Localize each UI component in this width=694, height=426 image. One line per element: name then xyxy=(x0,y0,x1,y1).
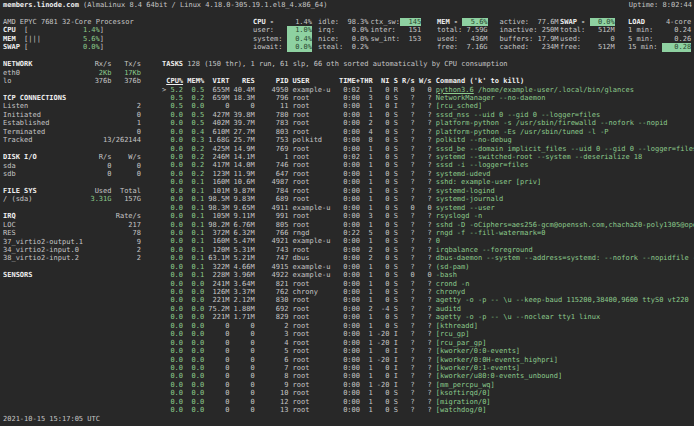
process-row[interactable]: 0.00.5427M39.8M780root0:0010S??sssd_nss … xyxy=(162,111,694,119)
column-pid[interactable]: PID xyxy=(255,77,289,85)
tcp-metric-name: Established xyxy=(3,119,99,127)
sort-column-cpu[interactable]: CPU% xyxy=(166,77,183,85)
process-row[interactable]: 0.00.1228M3.96M4922example-u0:0010S00-ba… xyxy=(162,271,694,279)
process-row[interactable]: 0.00.075.2M1.88M692root0:002-4S??auditd xyxy=(162,305,694,313)
proc-mem-pct: 0.1 xyxy=(183,187,204,195)
proc-virt: 402M xyxy=(204,119,229,127)
proc-time: 0:00 xyxy=(335,398,360,406)
process-row[interactable]: 0.00.1160M10.6M4987root0:0010S??sshd: ex… xyxy=(162,178,694,186)
process-row[interactable]: 0.00.2417M14.0M746root0:0010S??sssd -i -… xyxy=(162,161,694,169)
process-row[interactable]: 0.00.1120M5.31M743root0:0020S??irqbalanc… xyxy=(162,246,694,254)
column-time[interactable]: TIME+ xyxy=(335,77,360,85)
process-row[interactable]: 0.00.00012root0:0010S??[migration/0] xyxy=(162,398,694,406)
proc-user: root xyxy=(293,339,335,347)
proc-user: root xyxy=(293,187,335,195)
column-res[interactable]: RES xyxy=(229,77,254,85)
proc-mem-pct: 0.0 xyxy=(183,364,204,372)
proc-write-rate: 0 xyxy=(415,271,432,279)
proc-command: [kworker/0:0H-events_highpri] xyxy=(436,356,558,364)
process-row[interactable]: 0.00.0003root0:001-20I??[rcu_gp] xyxy=(162,330,694,338)
process-row[interactable]: 0.00.0006root0:001-20I??[kworker/0:0H-ev… xyxy=(162,356,694,364)
proc-res: 4.66M xyxy=(229,263,254,271)
process-row[interactable]: 0.00.0004root0:001-20I??[rcu_par_gp] xyxy=(162,339,694,347)
proc-user: root xyxy=(293,153,335,161)
process-row[interactable]: 0.00.163.1M5.21M747dbus0:0020S??dbus-dae… xyxy=(162,254,694,262)
proc-read-rate: ? xyxy=(398,94,415,102)
process-row[interactable]: 0.00.2425M14.9M769root0:0010S??sssd_be -… xyxy=(162,145,694,153)
process-row[interactable]: 0.00.0241M3.64M821root0:0010S??crond -n xyxy=(162,280,694,288)
proc-threads: 5 xyxy=(360,229,373,237)
uptime: Uptime: 8:02:44 xyxy=(629,1,692,9)
mem-free: 7.16G xyxy=(462,43,487,51)
proc-state: S xyxy=(389,288,397,296)
process-row[interactable]: 0.00.00010root0:0010S??[ksoftirqd/0] xyxy=(162,389,694,397)
process-row[interactable]: 0.00.0126M3.37M762chrony0:0010S??chronyd xyxy=(162,288,694,296)
proc-res: 11.9M xyxy=(229,170,254,178)
tcp-row: Terminated0 xyxy=(3,128,141,136)
irq-row: 37_virtio2-output.19 xyxy=(3,238,141,246)
proc-cpu-pct: 0.0 xyxy=(166,187,183,195)
proc-nice: 0 xyxy=(373,145,390,153)
process-row[interactable]: 0.00.0221M2.12M830root0:0010S??agetty -o… xyxy=(162,296,694,304)
proc-virt: 425M xyxy=(204,145,229,153)
proc-user: root xyxy=(293,170,335,178)
irq-rate: 2 xyxy=(99,246,141,254)
proc-user: root xyxy=(293,372,335,380)
proc-pid: 3 xyxy=(255,330,289,338)
process-row[interactable]: 0.00.4610M27.7M803root0:0040S??platform-… xyxy=(162,128,694,136)
process-row[interactable]: 0.00.1322M4.66M4915example-u0:0010S??(sd… xyxy=(162,263,694,271)
process-row[interactable]: 0.00.0002root0:0010S??[kthreadd] xyxy=(162,322,694,330)
process-row[interactable]: 0.00.198.3M9.65M4911example-u0:0010S00sy… xyxy=(162,204,694,212)
process-row[interactable]: 0.00.1160M5.47M4921example-u0:0010S??0 xyxy=(162,237,694,245)
disk-row: sda00 xyxy=(3,162,141,170)
process-row[interactable]: 0.00.198.5M9.83M689root0:0010S??systemd-… xyxy=(162,195,694,203)
process-row[interactable]: 0.00.5402M39.7M783root0:0020S??platform-… xyxy=(162,119,694,127)
proc-mem-pct: 0.1 xyxy=(183,195,204,203)
column-command[interactable]: Command ('k' to kill) xyxy=(436,77,525,85)
proc-res: 9.11M xyxy=(229,212,254,220)
proc-command: systemd --switched-root --system --deser… xyxy=(436,153,643,161)
process-row[interactable]: 0.00.1372M6.32M766rngd0:2250S??rngd -f -… xyxy=(162,229,694,237)
process-row[interactable]: 0.50.00011root0:0010I??[rcu_sched] xyxy=(162,102,694,110)
proc-read-rate: ? xyxy=(398,136,415,144)
proc-virt: 160M xyxy=(204,178,229,186)
proc-command-name: python3.6 xyxy=(436,86,474,94)
proc-virt: 655M xyxy=(204,86,229,94)
proc-mem-pct: 0.1 xyxy=(183,254,204,262)
proc-command-args: [watchdog/0] xyxy=(436,406,487,414)
column-write-rate[interactable]: W/s xyxy=(415,77,432,85)
process-row[interactable]: 0.50.2659M18.3M796root0:0030S??NetworkMa… xyxy=(162,94,694,102)
process-row[interactable]: 0.00.1105M9.11M991root0:0030S??rsyslogd … xyxy=(162,212,694,220)
process-row[interactable]: 0.00.0009root0:001-20I??[mm_percpu_wq] xyxy=(162,381,694,389)
process-row[interactable]: 0.00.198.2M6.76M805root0:0010S??sshd -D … xyxy=(162,221,694,229)
cpu-model: AMD EPYC 7681 32-Core Processor xyxy=(3,18,134,26)
process-row[interactable]: 0.00.2123M11.9M647root0:0010S??systemd-u… xyxy=(162,170,694,178)
process-row[interactable]: 0.00.00013root0:0010S??[watchdog/0] xyxy=(162,406,694,414)
proc-time: 0:00 xyxy=(335,364,360,372)
process-row[interactable]: 0.00.0008root0:0010I??[kworker/u80:0-eve… xyxy=(162,372,694,380)
column-virt[interactable]: VIRT xyxy=(204,77,229,85)
proc-nice: 0 xyxy=(373,313,390,321)
process-row[interactable]: 0.00.2246M14.1M1root0:0210S??systemd --s… xyxy=(162,153,694,161)
process-row[interactable]: 0.00.31.68G25.7M753polkitd0:0080S??polki… xyxy=(162,136,694,144)
proc-pid: 8 xyxy=(255,372,289,380)
process-row[interactable]: 0.00.1101M9.87M784root0:0010S??systemd-l… xyxy=(162,187,694,195)
column-user[interactable]: USER xyxy=(293,77,335,85)
proc-nice: 0 xyxy=(373,102,390,110)
column-read-rate[interactable]: R/s xyxy=(398,77,415,85)
proc-nice: 0 xyxy=(373,136,390,144)
proc-command-args: sssd_be --domain implicit_files --uid 0 … xyxy=(436,145,694,153)
proc-command-args: chronyd xyxy=(436,288,466,296)
proc-cpu-pct: 0.0 xyxy=(166,136,183,144)
process-row[interactable]: >5.20.5655M40.4M4950example-u0:0210R00py… xyxy=(162,86,694,94)
proc-mem-pct: 0.0 xyxy=(183,389,204,397)
proc-write-rate: ? xyxy=(415,330,432,338)
process-row[interactable]: 0.00.0221M1.71M829root0:0010S??agetty -o… xyxy=(162,313,694,321)
process-row[interactable]: 0.00.0007root0:0010I??[kworker/0:1-event… xyxy=(162,364,694,372)
process-row[interactable]: 0.00.0005root0:0010I??[kworker/0:0-event… xyxy=(162,347,694,355)
cpu-idle: 98.3% xyxy=(343,18,368,26)
proc-command-args: sshd: example-user [priv] xyxy=(436,178,541,186)
proc-cpu-pct: 0.0 xyxy=(166,322,183,330)
proc-nice: 0 xyxy=(373,288,390,296)
column-mem[interactable]: MEM% xyxy=(183,77,204,85)
